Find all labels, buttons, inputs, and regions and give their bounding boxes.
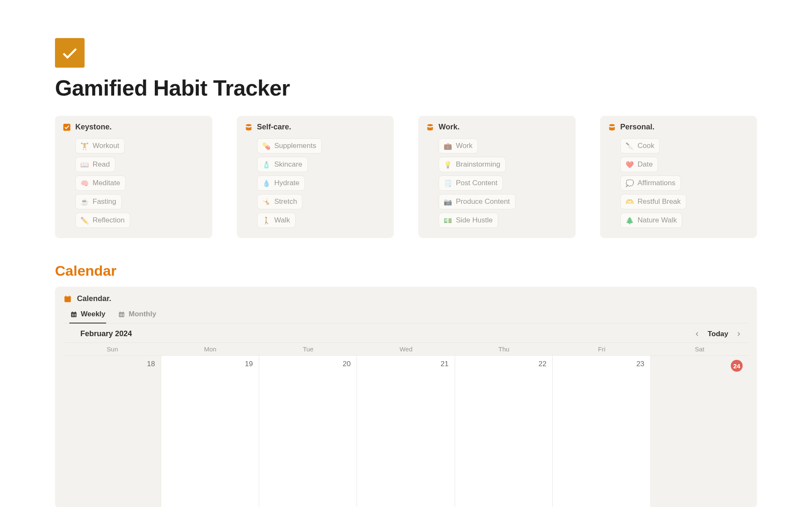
- dumbbell-icon: 🏋️: [81, 142, 88, 150]
- calendar-day-number: 19: [245, 360, 253, 368]
- dow-label: Fri: [553, 343, 650, 355]
- habit-group-title: Personal.: [620, 123, 655, 132]
- calendar-prev-button[interactable]: [694, 331, 700, 337]
- page-icon: [55, 38, 85, 68]
- brain-icon: 🧠: [81, 179, 88, 187]
- walk-icon: 🚶: [263, 217, 270, 224]
- tab-label: Monthly: [129, 310, 156, 318]
- tab-weekly[interactable]: Weekly: [69, 307, 106, 323]
- habit-group-card: Self-care.💊Supplements🧴Skincare💧Hydrate🤸…: [237, 116, 394, 238]
- knife-icon: 🔪: [626, 142, 634, 150]
- calendar-day[interactable]: 23: [553, 356, 650, 507]
- habit-chip-label: Brainstorming: [456, 160, 500, 169]
- habit-chip-label: Nature Walk: [638, 216, 677, 225]
- habit-group-card: Keystone.🏋️Workout📖Read🧠Meditate☕Fasting…: [55, 116, 212, 238]
- habit-chip-label: Cook: [638, 142, 655, 150]
- bulb-icon: 💡: [444, 161, 452, 168]
- habit-chip-label: Skincare: [274, 160, 302, 169]
- habit-chip[interactable]: 🫶Restful Break: [620, 194, 686, 209]
- habit-chip-label: Post Content: [456, 179, 497, 187]
- habit-chip[interactable]: 💧Hydrate: [257, 175, 305, 191]
- habit-chip[interactable]: 💡Brainstorming: [439, 157, 506, 172]
- habit-chip[interactable]: 🌲Nature Walk: [620, 213, 683, 228]
- habit-group-title: Self-care.: [257, 123, 291, 132]
- calendar-today-button[interactable]: Today: [708, 330, 728, 338]
- cup-icon: ☕: [81, 198, 88, 206]
- calendar-grid-icon: [70, 311, 77, 318]
- calendar-tabs: WeeklyMonthly: [69, 307, 749, 323]
- calendar: February 2024 Today SunMonTueWedThuFriSa…: [63, 323, 749, 507]
- page-title: Gamified Habit Tracker: [55, 75, 757, 101]
- habit-chip-label: Work: [456, 142, 472, 150]
- habit-chip[interactable]: ❤️Date: [620, 157, 658, 172]
- habit-group-title: Work.: [439, 123, 460, 132]
- habit-chip[interactable]: 🧠Meditate: [75, 175, 126, 191]
- dow-label: Mon: [161, 343, 259, 355]
- habit-chip-label: Supplements: [274, 142, 316, 150]
- calendar-day[interactable]: 20: [259, 356, 357, 507]
- habit-chip[interactable]: 💵Side Hustle: [439, 213, 498, 228]
- tab-label: Weekly: [81, 310, 105, 318]
- calendar-day[interactable]: 24: [651, 356, 749, 507]
- book-icon: 📖: [81, 161, 88, 168]
- habit-chip[interactable]: ☕Fasting: [75, 194, 122, 209]
- calendar-day-number: 23: [636, 360, 645, 368]
- rest-icon: 🫶: [626, 198, 634, 206]
- calendar-day-number: 18: [147, 360, 155, 368]
- stack-icon: [426, 123, 434, 132]
- habit-chip[interactable]: 🗒️Post Content: [439, 175, 503, 191]
- habit-chip[interactable]: 📖Read: [75, 157, 115, 172]
- camera-icon: 📷: [444, 198, 452, 206]
- dow-label: Wed: [357, 343, 455, 355]
- habit-chip[interactable]: 💭Affirmations: [620, 175, 681, 191]
- habit-chip[interactable]: 🤸Stretch: [257, 194, 303, 209]
- dow-label: Sat: [651, 343, 749, 355]
- habit-chip-label: Side Hustle: [456, 216, 493, 225]
- habit-chip[interactable]: 💊Supplements: [257, 138, 322, 153]
- habit-chip-label: Read: [93, 160, 110, 169]
- habit-chip-label: Affirmations: [638, 179, 675, 187]
- habit-groups: Keystone.🏋️Workout📖Read🧠Meditate☕Fasting…: [55, 116, 757, 238]
- habit-chip[interactable]: 🔪Cook: [620, 138, 660, 153]
- calendar-day-number: 21: [441, 360, 449, 368]
- person-icon: 🤸: [263, 198, 270, 206]
- habit-chip-label: Restful Break: [638, 197, 681, 206]
- calendar-day[interactable]: 21: [357, 356, 455, 507]
- heart-icon: ❤️: [626, 161, 634, 168]
- cloud-icon: 💭: [626, 179, 634, 187]
- calendar-next-button[interactable]: [736, 331, 742, 337]
- habit-chip[interactable]: 🧴Skincare: [257, 157, 308, 172]
- calendar-month: February 2024: [80, 329, 132, 338]
- habit-chip[interactable]: 🏋️Workout: [75, 138, 125, 153]
- dow-label: Sun: [63, 343, 161, 355]
- lotion-icon: 🧴: [263, 161, 270, 168]
- calendar-day[interactable]: 19: [161, 356, 259, 507]
- calendar-days-row: 18192021222324: [63, 356, 749, 507]
- tab-monthly[interactable]: Monthly: [117, 307, 157, 323]
- dow-label: Tue: [259, 343, 357, 355]
- habit-chip[interactable]: 💼Work: [439, 138, 478, 153]
- calendar-day-number: 20: [343, 360, 351, 368]
- calendar-grid-icon: [118, 311, 125, 318]
- habit-chip-label: Meditate: [93, 179, 120, 187]
- stack-icon: [244, 123, 253, 132]
- checkbox-icon: [63, 123, 71, 132]
- drop-icon: 💧: [263, 179, 270, 187]
- habit-chip-label: Reflection: [93, 216, 125, 225]
- calendar-icon: [63, 295, 72, 303]
- calendar-panel: Calendar. WeeklyMonthly February 2024 To…: [55, 287, 757, 507]
- habit-group-card: Work.💼Work💡Brainstorming🗒️Post Content📷P…: [418, 116, 576, 238]
- calendar-day[interactable]: 18: [63, 356, 161, 507]
- calendar-day[interactable]: 22: [455, 356, 553, 507]
- habit-chip-label: Stretch: [274, 197, 297, 206]
- stack-icon: [608, 123, 616, 132]
- habit-chip[interactable]: 🚶Walk: [257, 213, 296, 228]
- calendar-day-number-today: 24: [731, 360, 743, 372]
- dow-label: Thu: [455, 343, 553, 355]
- briefcase-icon: 💼: [444, 142, 452, 150]
- habit-chip[interactable]: 📷Produce Content: [439, 194, 516, 209]
- habit-chip-label: Hydrate: [274, 179, 300, 187]
- pencil-icon: ✏️: [81, 217, 88, 224]
- habit-chip[interactable]: ✏️Reflection: [75, 213, 130, 228]
- habit-group-title: Keystone.: [75, 123, 112, 132]
